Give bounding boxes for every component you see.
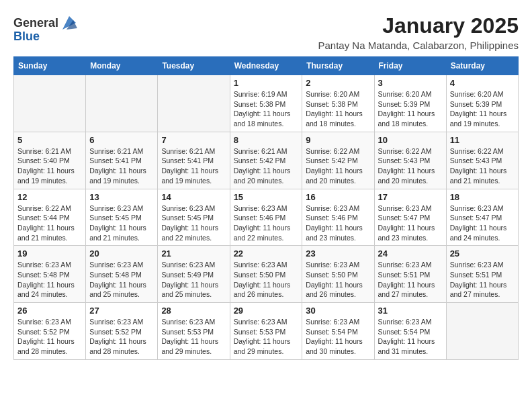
calendar-header-wednesday: Wednesday bbox=[230, 57, 302, 75]
day-info: Sunrise: 6:23 AMSunset: 5:53 PMDaylight:… bbox=[161, 317, 226, 357]
day-info: Sunrise: 6:22 AMSunset: 5:43 PMDaylight:… bbox=[378, 146, 443, 186]
day-number: 13 bbox=[89, 192, 154, 202]
calendar-cell: 29Sunrise: 6:23 AMSunset: 5:53 PMDayligh… bbox=[230, 303, 302, 360]
day-info: Sunrise: 6:20 AMSunset: 5:38 PMDaylight:… bbox=[306, 89, 370, 129]
calendar-cell: 31Sunrise: 6:23 AMSunset: 5:54 PMDayligh… bbox=[374, 303, 446, 360]
day-info: Sunrise: 6:23 AMSunset: 5:54 PMDaylight:… bbox=[306, 317, 370, 357]
day-info: Sunrise: 6:23 AMSunset: 5:47 PMDaylight:… bbox=[378, 203, 443, 243]
day-number: 24 bbox=[378, 248, 443, 259]
calendar-cell: 16Sunrise: 6:23 AMSunset: 5:46 PMDayligh… bbox=[302, 189, 374, 246]
day-info: Sunrise: 6:23 AMSunset: 5:50 PMDaylight:… bbox=[234, 260, 299, 300]
calendar-cell bbox=[86, 75, 158, 132]
day-number: 19 bbox=[17, 248, 82, 259]
calendar-table: SundayMondayTuesdayWednesdayThursdayFrid… bbox=[13, 56, 519, 360]
calendar-cell: 23Sunrise: 6:23 AMSunset: 5:50 PMDayligh… bbox=[302, 246, 374, 303]
day-number: 25 bbox=[450, 248, 515, 259]
day-info: Sunrise: 6:19 AMSunset: 5:38 PMDaylight:… bbox=[234, 89, 299, 129]
calendar-cell: 5Sunrise: 6:21 AMSunset: 5:40 PMDaylight… bbox=[14, 132, 86, 189]
day-info: Sunrise: 6:23 AMSunset: 5:46 PMDaylight:… bbox=[234, 203, 299, 243]
calendar-cell: 14Sunrise: 6:23 AMSunset: 5:45 PMDayligh… bbox=[158, 189, 230, 246]
day-info: Sunrise: 6:23 AMSunset: 5:52 PMDaylight:… bbox=[89, 317, 154, 357]
calendar-cell: 20Sunrise: 6:23 AMSunset: 5:48 PMDayligh… bbox=[86, 246, 158, 303]
day-number: 31 bbox=[378, 306, 443, 316]
calendar-header-row: SundayMondayTuesdayWednesdayThursdayFrid… bbox=[14, 57, 519, 75]
calendar-cell: 10Sunrise: 6:22 AMSunset: 5:43 PMDayligh… bbox=[374, 132, 446, 189]
day-number: 27 bbox=[89, 306, 154, 316]
calendar-cell: 13Sunrise: 6:23 AMSunset: 5:45 PMDayligh… bbox=[86, 189, 158, 246]
day-info: Sunrise: 6:22 AMSunset: 5:44 PMDaylight:… bbox=[17, 203, 82, 243]
day-info: Sunrise: 6:23 AMSunset: 5:45 PMDaylight:… bbox=[161, 203, 226, 243]
day-number: 2 bbox=[306, 78, 370, 88]
day-number: 26 bbox=[17, 306, 82, 316]
day-info: Sunrise: 6:23 AMSunset: 5:45 PMDaylight:… bbox=[89, 203, 154, 243]
day-number: 20 bbox=[89, 248, 154, 259]
day-info: Sunrise: 6:20 AMSunset: 5:39 PMDaylight:… bbox=[378, 89, 443, 129]
day-info: Sunrise: 6:21 AMSunset: 5:40 PMDaylight:… bbox=[17, 146, 82, 186]
calendar-cell: 15Sunrise: 6:23 AMSunset: 5:46 PMDayligh… bbox=[230, 189, 302, 246]
day-info: Sunrise: 6:23 AMSunset: 5:48 PMDaylight:… bbox=[89, 260, 154, 300]
day-info: Sunrise: 6:23 AMSunset: 5:46 PMDaylight:… bbox=[306, 203, 370, 243]
calendar-cell: 21Sunrise: 6:23 AMSunset: 5:49 PMDayligh… bbox=[158, 246, 230, 303]
day-number: 4 bbox=[450, 78, 515, 88]
day-number: 8 bbox=[234, 135, 299, 145]
calendar-cell: 1Sunrise: 6:19 AMSunset: 5:38 PMDaylight… bbox=[230, 75, 302, 132]
day-number: 12 bbox=[17, 192, 82, 202]
day-info: Sunrise: 6:23 AMSunset: 5:51 PMDaylight:… bbox=[450, 260, 515, 300]
calendar-cell: 6Sunrise: 6:21 AMSunset: 5:41 PMDaylight… bbox=[86, 132, 158, 189]
day-info: Sunrise: 6:23 AMSunset: 5:47 PMDaylight:… bbox=[450, 203, 515, 243]
calendar-cell: 11Sunrise: 6:22 AMSunset: 5:43 PMDayligh… bbox=[446, 132, 518, 189]
day-number: 11 bbox=[450, 135, 515, 145]
calendar-cell: 2Sunrise: 6:20 AMSunset: 5:38 PMDaylight… bbox=[302, 75, 374, 132]
logo-icon bbox=[60, 13, 79, 32]
day-number: 7 bbox=[161, 135, 226, 145]
calendar-header-thursday: Thursday bbox=[302, 57, 374, 75]
day-number: 9 bbox=[306, 135, 370, 145]
calendar-cell: 3Sunrise: 6:20 AMSunset: 5:39 PMDaylight… bbox=[374, 75, 446, 132]
day-info: Sunrise: 6:23 AMSunset: 5:49 PMDaylight:… bbox=[161, 260, 226, 300]
calendar-cell: 9Sunrise: 6:22 AMSunset: 5:42 PMDaylight… bbox=[302, 132, 374, 189]
page: General Blue January 2025 Pantay Na Mata… bbox=[0, 0, 532, 367]
calendar-cell: 4Sunrise: 6:20 AMSunset: 5:39 PMDaylight… bbox=[446, 75, 518, 132]
day-number: 3 bbox=[378, 78, 443, 88]
calendar-week-2: 5Sunrise: 6:21 AMSunset: 5:40 PMDaylight… bbox=[14, 132, 519, 189]
calendar-cell: 12Sunrise: 6:22 AMSunset: 5:44 PMDayligh… bbox=[14, 189, 86, 246]
title-block: January 2025 Pantay Na Matanda, Calabarz… bbox=[318, 13, 519, 51]
day-info: Sunrise: 6:20 AMSunset: 5:39 PMDaylight:… bbox=[450, 89, 515, 129]
calendar-cell bbox=[14, 75, 86, 132]
calendar-cell: 30Sunrise: 6:23 AMSunset: 5:54 PMDayligh… bbox=[302, 303, 374, 360]
calendar-header-saturday: Saturday bbox=[446, 57, 518, 75]
calendar-header-friday: Friday bbox=[374, 57, 446, 75]
logo: General Blue bbox=[13, 13, 79, 44]
day-info: Sunrise: 6:23 AMSunset: 5:52 PMDaylight:… bbox=[17, 317, 82, 357]
day-info: Sunrise: 6:21 AMSunset: 5:41 PMDaylight:… bbox=[89, 146, 154, 186]
day-number: 18 bbox=[450, 192, 515, 202]
logo-blue: Blue bbox=[13, 30, 40, 44]
calendar-header-tuesday: Tuesday bbox=[158, 57, 230, 75]
day-number: 21 bbox=[161, 248, 226, 259]
calendar-cell: 8Sunrise: 6:21 AMSunset: 5:42 PMDaylight… bbox=[230, 132, 302, 189]
day-number: 1 bbox=[234, 78, 299, 88]
calendar-week-1: 1Sunrise: 6:19 AMSunset: 5:38 PMDaylight… bbox=[14, 75, 519, 132]
calendar-week-3: 12Sunrise: 6:22 AMSunset: 5:44 PMDayligh… bbox=[14, 189, 519, 246]
calendar-cell: 19Sunrise: 6:23 AMSunset: 5:48 PMDayligh… bbox=[14, 246, 86, 303]
day-number: 28 bbox=[161, 306, 226, 316]
logo-general: General bbox=[13, 16, 58, 30]
day-number: 23 bbox=[306, 248, 370, 259]
day-number: 29 bbox=[234, 306, 299, 316]
calendar-cell bbox=[446, 303, 518, 360]
calendar-cell: 27Sunrise: 6:23 AMSunset: 5:52 PMDayligh… bbox=[86, 303, 158, 360]
day-info: Sunrise: 6:23 AMSunset: 5:48 PMDaylight:… bbox=[17, 260, 82, 300]
day-number: 17 bbox=[378, 192, 443, 202]
calendar-header-sunday: Sunday bbox=[14, 57, 86, 75]
calendar-cell: 25Sunrise: 6:23 AMSunset: 5:51 PMDayligh… bbox=[446, 246, 518, 303]
day-info: Sunrise: 6:23 AMSunset: 5:53 PMDaylight:… bbox=[234, 317, 299, 357]
day-info: Sunrise: 6:22 AMSunset: 5:42 PMDaylight:… bbox=[306, 146, 370, 186]
day-info: Sunrise: 6:21 AMSunset: 5:41 PMDaylight:… bbox=[161, 146, 226, 186]
day-number: 10 bbox=[378, 135, 443, 145]
calendar-cell: 7Sunrise: 6:21 AMSunset: 5:41 PMDaylight… bbox=[158, 132, 230, 189]
day-number: 16 bbox=[306, 192, 370, 202]
subtitle: Pantay Na Matanda, Calabarzon, Philippin… bbox=[318, 40, 519, 51]
day-number: 22 bbox=[234, 248, 299, 259]
calendar-cell: 28Sunrise: 6:23 AMSunset: 5:53 PMDayligh… bbox=[158, 303, 230, 360]
day-number: 30 bbox=[306, 306, 370, 316]
